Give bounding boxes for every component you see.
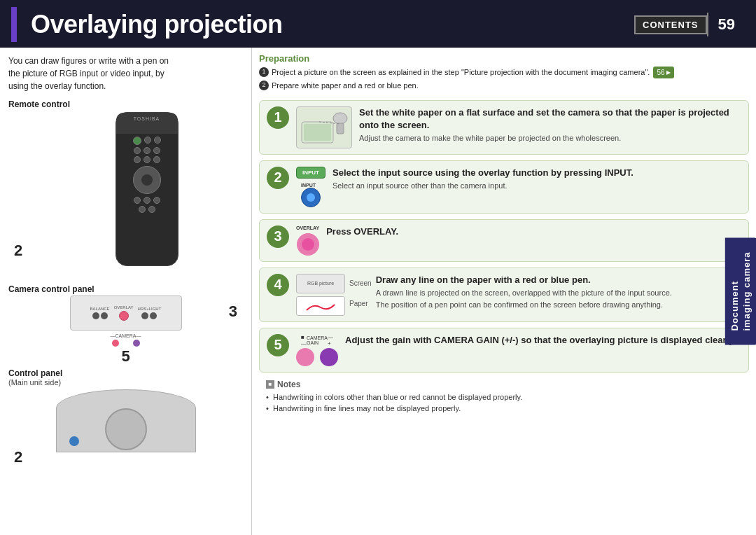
step-4-desc-screen: A drawn line is projected on the screen,… (376, 288, 672, 298)
remote-illustration: 2 TOSHIBA (8, 112, 243, 280)
header-right: CONTENTS 59 (634, 13, 745, 36)
step-2-content: Select the input source using the overla… (332, 167, 741, 192)
page-number: 59 (707, 13, 745, 36)
input-blue-btn (301, 188, 321, 207)
main-unit-blue-dot (69, 436, 79, 446)
step-1-title: Set the white paper on a flat surface an… (359, 106, 741, 132)
step-5-title: Adjust the gain with CAMERA GAIN (+/-) s… (345, 334, 741, 347)
remote-btn (139, 206, 146, 213)
right-panel: Preparation 1 Project a picture on the s… (252, 48, 756, 535)
notes-section: ■ Notes Handwriting in colors other than… (259, 377, 749, 417)
balance-btn (101, 312, 108, 319)
remote-btn (153, 156, 160, 163)
contents-button[interactable]: CONTENTS (634, 15, 707, 34)
pen-line-svg (300, 298, 342, 314)
header: Overlaying projection CONTENTS 59 (0, 0, 756, 48)
overlay-pink-btn (297, 233, 319, 256)
remote-body: TOSHIBA (115, 112, 178, 266)
rgb-label: RGB picture (307, 281, 334, 286)
remote-top: TOSHIBA (116, 113, 178, 134)
remote-btn (144, 147, 150, 154)
input-green-btn: INPUT (296, 167, 326, 179)
main-unit-illustration: 2 (8, 389, 243, 452)
control-panel-sub: (Main unit side) (8, 378, 243, 387)
page-title: Overlaying projection (31, 10, 283, 39)
step1-svg (298, 108, 351, 146)
remote-btn (134, 156, 141, 163)
overlay-btn (119, 311, 129, 321)
paper-label: Paper (349, 300, 372, 307)
step-4-desc-paper: The position of a pen point can be confi… (376, 300, 672, 310)
main-unit-body (56, 389, 196, 452)
intro-text: You can draw figures or write with a pen… (8, 55, 243, 92)
gain-plus: —+ (328, 334, 333, 347)
prep-num-1: 1 (259, 67, 269, 77)
page-ref-56[interactable]: 56 (653, 67, 673, 78)
step-5-icons: ■— CAMERAGAIN —+ (296, 334, 338, 366)
step-4-card: 4 RGB picture Screen Paper (259, 268, 749, 322)
overlay-inner (302, 238, 314, 251)
step-5-card: 5 ■— CAMERAGAIN —+ Adjust the gain with … (259, 328, 749, 373)
screen-label: Screen (349, 279, 372, 287)
camera-panel-label: Camera control panel (8, 284, 243, 294)
step-2-icons: INPUT INPUT (296, 167, 326, 207)
prep-text-2: Prepare white paper and a red or blue pe… (272, 80, 419, 92)
gain-pink-btn (296, 348, 314, 366)
left-panel: You can draw figures or write with a pen… (0, 48, 252, 535)
input-label: INPUT (301, 183, 321, 188)
number-label-5: 5 (121, 347, 130, 366)
blue-dot (307, 193, 315, 202)
hrs-btn (141, 312, 148, 319)
cam-gain-btn (112, 340, 119, 347)
sidebar-tab: Documentimaging camera (725, 238, 756, 345)
svg-point-3 (333, 113, 347, 124)
remote-btn (134, 147, 141, 154)
step-2-title: Select the input source using the overla… (332, 167, 741, 179)
step-2-card: 2 INPUT INPUT Select the input source us… (259, 160, 749, 214)
step-3-content: Press OVERLAY. (326, 225, 741, 238)
prep-item-1: 1 Project a picture on the screen as exp… (259, 67, 749, 78)
step-1-num: 1 (267, 106, 289, 129)
preparation-section: Preparation 1 Project a picture on the s… (252, 53, 756, 97)
step-3-card: 3 OVERLAY Press OVERLAY. (259, 219, 749, 262)
remote-btn (134, 197, 141, 204)
gain-camera-label: CAMERAGAIN (307, 335, 328, 345)
step-4-title: Draw any line on the paper with a red or… (376, 274, 672, 286)
title-bar: Overlaying projection (11, 7, 283, 42)
remote-btn (148, 206, 155, 213)
sidebar-tab-text: Documentimaging camera (729, 252, 752, 331)
step-2-desc: Select an input source other than the ca… (332, 181, 741, 191)
prep-item-2: 2 Prepare white paper and a red or blue … (259, 80, 749, 92)
step-4-text: Draw any line on the paper with a red or… (376, 274, 672, 311)
step-4-paper-img (296, 296, 345, 316)
balance-btn (92, 312, 99, 319)
remote-btn (153, 197, 160, 204)
step-3-num: 3 (267, 225, 289, 248)
step-1-image (296, 106, 352, 148)
remote-buttons (116, 134, 178, 218)
gain-minus: ■— (301, 334, 307, 347)
control-panel-label: Control panel (8, 368, 243, 378)
step-5-num: 5 (267, 334, 289, 356)
step-3-title: Press OVERLAY. (326, 225, 741, 238)
step-3-icons: OVERLAY (296, 225, 319, 256)
step-2-num: 2 (267, 167, 289, 189)
light-btn (150, 312, 157, 319)
remote-btn (144, 156, 150, 163)
remote-btn (154, 137, 161, 144)
step-4-screen-img: RGB picture (296, 274, 345, 293)
svg-rect-4 (337, 123, 344, 134)
note-item-2: Handwriting in fine lines may not be dis… (266, 403, 742, 415)
number-label-3: 3 (229, 303, 237, 321)
step-4-num: 4 (267, 274, 289, 296)
main-unit-center (105, 408, 147, 450)
step-4-content-area: RGB picture Screen Paper Draw any line o… (296, 274, 672, 316)
camera-ctrl-body: BALANCE OVERLAY HRS+LIGHT (70, 296, 182, 331)
main-content: You can draw figures or write with a pen… (0, 48, 756, 535)
prep-num-2: 2 (259, 81, 269, 90)
step-1-desc: Adjust the camera to make the white pape… (359, 133, 741, 144)
remote-btn (153, 147, 160, 154)
camera-control-illustration: BALANCE OVERLAY HRS+LIGHT (8, 296, 243, 366)
accent-bar (11, 7, 17, 42)
remote-btn (144, 197, 150, 204)
